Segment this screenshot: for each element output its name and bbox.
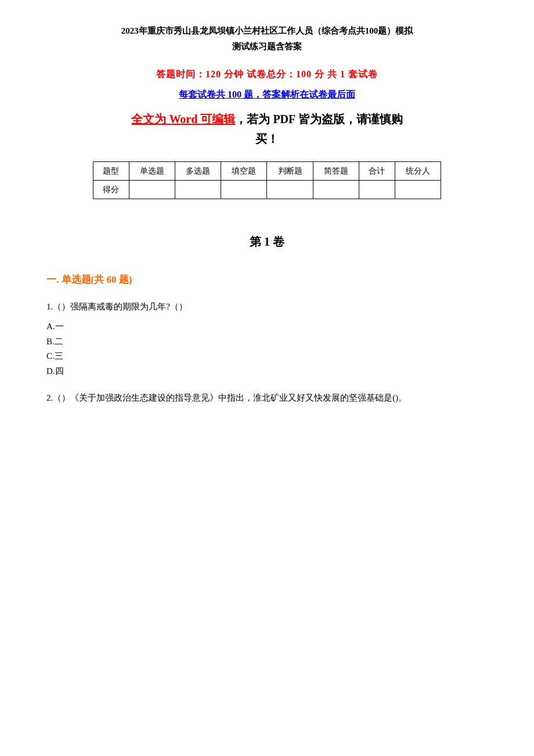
col-header-total: 合计 [359,162,395,181]
col-header-judge: 判断题 [267,162,313,181]
question-1-option-b: B.二 [46,334,488,350]
question-1: 1.（）强隔离戒毒的期限为几年?（） A.一 B.二 C.三 D.四 [46,299,488,379]
col-header-multi: 多选题 [175,162,221,181]
page-title: 2023年重庆市秀山县龙凤坝镇小兰村社区工作人员（综合考点共100题）模拟 测试… [46,23,488,55]
score-multi [175,181,221,199]
highlight-line: 每套试卷共 100 题，答案解析在试卷最后面 [46,89,488,101]
score-table: 题型 单选题 多选题 填空题 判断题 简答题 合计 统分人 得分 [93,161,441,199]
question-2: 2.（）《关于加强政治生态建设的指导意见》中指出，淮北矿业又好又快发展的坚强基础… [46,390,488,406]
editable-notice-buy: 买！ [255,132,279,145]
question-1-option-a: A.一 [46,319,488,334]
col-header-scorer: 统分人 [395,162,441,181]
editable-notice-word: 全文为 Word 可编辑 [131,113,235,125]
question-1-option-c: C.三 [46,349,488,364]
section1-title: 一. 单选题(共 60 题) [46,273,488,286]
score-total [359,181,395,199]
col-header-type: 题型 [93,162,129,181]
table-header-row: 题型 单选题 多选题 填空题 判断题 简答题 合计 统分人 [93,162,441,181]
question-2-text: 2.（）《关于加强政治生态建设的指导意见》中指出，淮北矿业又好又快发展的坚强基础… [46,390,488,406]
score-scorer [395,181,441,199]
score-table-wrapper: 题型 单选题 多选题 填空题 判断题 简答题 合计 统分人 得分 [93,161,441,199]
title-line2: 测试练习题含答案 [46,39,488,55]
col-header-fill: 填空题 [221,162,267,181]
score-label: 得分 [93,181,129,199]
editable-notice: 全文为 Word 可编辑，若为 PDF 皆为盗版，请谨慎购 买！ [46,109,488,149]
section-divider: 第 1 卷 [46,234,488,250]
editable-notice-comma: ，若为 PDF 皆为盗版，请谨慎购 [235,113,402,125]
question-1-option-d: D.四 [46,364,488,379]
meta-info: 答题时间：120 分钟 试卷总分：100 分 共 1 套试卷 [46,69,488,81]
table-score-row: 得分 [93,181,441,199]
col-header-single: 单选题 [129,162,175,181]
score-short [313,181,359,199]
title-line1: 2023年重庆市秀山县龙凤坝镇小兰村社区工作人员（综合考点共100题）模拟 [46,23,488,39]
score-judge [267,181,313,199]
score-single [129,181,175,199]
score-fill [221,181,267,199]
question-1-text: 1.（）强隔离戒毒的期限为几年?（） [46,299,488,315]
col-header-short: 简答题 [313,162,359,181]
